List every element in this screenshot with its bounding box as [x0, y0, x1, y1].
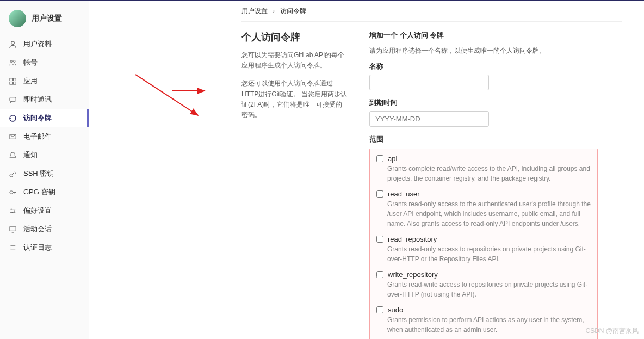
svg-rect-7: [10, 97, 16, 101]
sidebar-title: 用户设置: [32, 14, 62, 23]
user-icon: [9, 40, 17, 48]
sidebar-item-tokens[interactable]: 访问令牌: [0, 109, 89, 127]
apps-icon: [9, 77, 17, 85]
page-title: 个人访问令牌: [242, 30, 348, 44]
expires-label: 到期时间: [369, 98, 598, 108]
sidebar-item-sessions[interactable]: 活动会话: [0, 220, 89, 238]
scope-read-user: read_user Grants read-only access to the…: [376, 190, 591, 229]
svg-point-17: [10, 247, 11, 248]
monitor-icon: [9, 225, 17, 233]
avatar[interactable]: [9, 10, 26, 27]
svg-point-16: [10, 245, 11, 246]
svg-line-22: [135, 75, 198, 115]
svg-rect-5: [10, 82, 13, 84]
scope-write-repository: write_repository Grants read-write acces…: [376, 270, 591, 299]
sidebar-item-email[interactable]: 电子邮件: [0, 127, 89, 146]
sidebar-item-label: GPG 密钥: [23, 187, 55, 197]
scope-sudo: sudo Grants permission to perform API ac…: [376, 306, 591, 335]
sidebar-item-label: 访问令牌: [23, 113, 52, 123]
token-icon: [9, 114, 17, 122]
scope-api-desc: Grants complete read/write access to the…: [387, 164, 591, 183]
pref-icon: [9, 207, 17, 215]
svg-point-2: [13, 60, 15, 62]
description-column: 个人访问令牌 您可以为需要访问GitLab API的每个应用程序生成个人访问令牌…: [242, 30, 348, 339]
scope-api-name: api: [388, 155, 397, 163]
sidebar-item-label: 帐号: [23, 58, 38, 67]
scope-write-repository-desc: Grants read-write access to repositories…: [387, 280, 591, 299]
scope-write-repository-name: write_repository: [388, 270, 438, 279]
sidebar-item-label: 即时通讯: [23, 95, 52, 104]
svg-point-1: [10, 60, 13, 62]
sidebar-item-label: 认证日志: [23, 243, 52, 252]
svg-point-0: [11, 41, 15, 44]
bell-icon: [9, 151, 17, 159]
scope-sudo-desc: Grants permission to perform API actions…: [387, 315, 591, 335]
scope-read-user-desc: Grants read-only access to the authentic…: [387, 199, 591, 229]
sidebar-header: 用户设置: [0, 5, 89, 35]
sidebar-item-auth-log[interactable]: 认证日志: [0, 238, 89, 257]
sidebar-item-gpg[interactable]: GPG 密钥: [0, 183, 89, 201]
scopes-box: api Grants complete read/write access to…: [369, 149, 598, 339]
svg-point-14: [11, 212, 13, 213]
description-1: 您可以为需要访问GitLab API的每个应用程序生成个人访问令牌。: [242, 50, 348, 71]
account-icon: [9, 59, 17, 67]
svg-point-18: [10, 249, 11, 250]
chat-icon: [9, 96, 17, 104]
svg-rect-6: [13, 82, 16, 84]
annotation-arrow-2: [133, 72, 203, 121]
mail-icon: [9, 133, 17, 141]
svg-rect-4: [13, 78, 16, 81]
scope-read-repository-name: read_repository: [388, 235, 437, 243]
sidebar-item-label: SSH 密钥: [23, 169, 54, 178]
scope-read-repository-desc: Grants read-only access to repositories …: [387, 244, 591, 264]
list-icon: [9, 244, 17, 252]
main-content: 用户设置 › 访问令牌 个人访问令牌 您可以为需要访问GitLab API的每个…: [89, 1, 644, 339]
scope-read-repository: read_repository Grants read-only access …: [376, 235, 591, 264]
name-label: 名称: [369, 61, 598, 71]
sidebar-item-chat[interactable]: 即时通讯: [0, 90, 89, 109]
scope-read-user-name: read_user: [388, 190, 420, 198]
svg-rect-15: [10, 226, 16, 231]
sidebar-item-label: 用户资料: [23, 39, 52, 49]
sidebar-item-label: 应用: [23, 76, 38, 86]
watermark: CSDN @南宫乘风: [585, 326, 639, 336]
breadcrumb-current: 访问令牌: [280, 7, 306, 15]
scope-sudo-checkbox[interactable]: [376, 306, 383, 313]
gpg-icon: [9, 188, 17, 196]
name-input[interactable]: [369, 75, 489, 90]
expires-input[interactable]: [369, 111, 489, 127]
description-2: 您还可以使用个人访问令牌通过HTTP进行Git验证。 当您启用两步认证(2FA)…: [242, 78, 348, 120]
svg-point-12: [11, 208, 12, 209]
chevron-right-icon: ›: [273, 7, 275, 15]
svg-point-13: [14, 210, 15, 211]
sidebar-item-label: 通知: [23, 150, 38, 160]
sidebar-item-label: 电子邮件: [23, 132, 52, 141]
breadcrumb: 用户设置 › 访问令牌: [242, 1, 622, 22]
key-icon: [9, 170, 17, 178]
scope-api-checkbox[interactable]: [376, 155, 383, 162]
svg-point-11: [10, 190, 13, 194]
scopes-label: 范围: [369, 134, 598, 144]
scope-read-user-checkbox[interactable]: [376, 190, 383, 198]
sidebar-item-label: 活动会话: [23, 224, 52, 234]
sidebar: 用户设置 用户资料 帐号 应用 即时通讯 访问令牌 电子邮件 通知: [0, 1, 89, 339]
sidebar-item-profile[interactable]: 用户资料: [0, 35, 89, 53]
form-heading: 增加一个 个人访问 令牌: [369, 30, 598, 40]
sidebar-item-preferences[interactable]: 偏好设置: [0, 201, 89, 220]
scope-sudo-name: sudo: [388, 306, 403, 314]
sidebar-item-label: 偏好设置: [23, 206, 52, 215]
form-column: 增加一个 个人访问 令牌 请为应用程序选择一个名称，以便生成唯一的个人访问令牌。…: [369, 30, 598, 339]
sidebar-item-account[interactable]: 帐号: [0, 53, 89, 72]
breadcrumb-root[interactable]: 用户设置: [242, 7, 268, 15]
scope-read-repository-checkbox[interactable]: [376, 236, 383, 243]
scope-write-repository-checkbox[interactable]: [376, 271, 383, 278]
form-sub: 请为应用程序选择一个名称，以便生成唯一的个人访问令牌。: [369, 46, 598, 56]
annotation-arrow-1: [171, 83, 209, 99]
sidebar-item-apps[interactable]: 应用: [0, 72, 89, 90]
svg-rect-3: [10, 78, 13, 81]
sidebar-item-ssh[interactable]: SSH 密钥: [0, 164, 89, 183]
scope-api: api Grants complete read/write access to…: [376, 155, 591, 183]
sidebar-item-notifications[interactable]: 通知: [0, 146, 89, 164]
